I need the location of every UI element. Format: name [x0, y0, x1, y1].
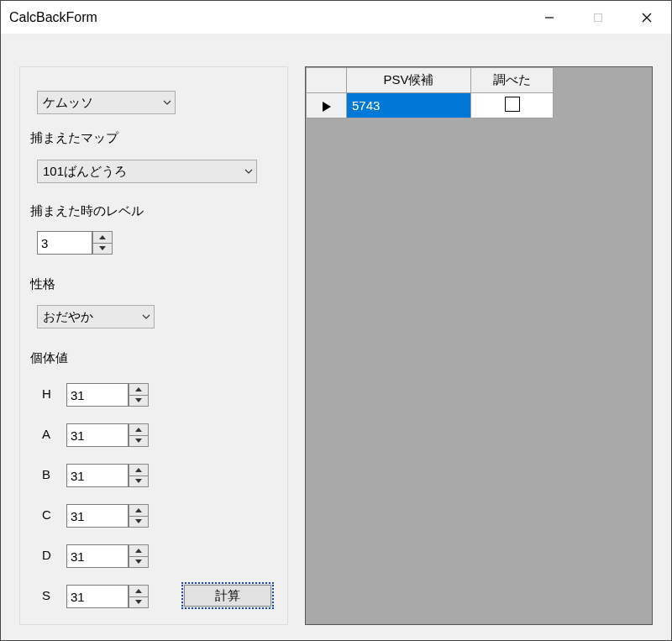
window-titlebar: CalcBackForm	[1, 1, 671, 34]
stat-input-a[interactable]	[66, 423, 129, 447]
svg-marker-13	[135, 519, 142, 523]
svg-marker-10	[135, 468, 142, 472]
level-input[interactable]	[37, 231, 92, 255]
stat-label-s: S	[42, 588, 50, 602]
stat-b-down-button[interactable]	[129, 476, 149, 488]
results-grid[interactable]: PSV候補 調べた 5743	[305, 66, 653, 625]
stat-s-down-button[interactable]	[129, 597, 149, 609]
psv-cell[interactable]: 5743	[347, 93, 471, 118]
stat-b-up-button[interactable]	[129, 464, 149, 476]
svg-marker-9	[135, 439, 142, 443]
svg-marker-17	[135, 600, 142, 604]
left-panel: ケムッソ 捕まえたマップ 101ばんどうろ 捕まえた時のレベル 性格 おだやか	[19, 66, 288, 625]
stat-input-s[interactable]	[66, 585, 129, 608]
pokemon-select-value: ケムッソ	[43, 95, 160, 111]
svg-marker-15	[135, 560, 142, 564]
row-indicator-icon[interactable]	[307, 93, 347, 118]
close-button[interactable]	[622, 1, 671, 34]
svg-rect-1	[595, 13, 602, 21]
table-header-row: PSV候補 調べた	[307, 68, 554, 93]
table-row[interactable]: 5743	[307, 93, 554, 118]
level-down-button[interactable]	[92, 244, 113, 255]
chevron-down-icon	[160, 92, 175, 113]
stat-spinner-b[interactable]	[66, 464, 149, 487]
stat-spinner-c[interactable]	[66, 504, 149, 528]
stat-s-up-button[interactable]	[129, 585, 149, 597]
stat-input-h[interactable]	[66, 383, 129, 407]
pokemon-select[interactable]: ケムッソ	[37, 91, 176, 114]
map-select[interactable]: 101ばんどうろ	[37, 160, 257, 183]
table-corner-cell[interactable]	[307, 68, 347, 93]
svg-marker-11	[135, 479, 142, 483]
results-table: PSV候補 調べた 5743	[306, 67, 554, 118]
stat-label-b: B	[42, 467, 50, 481]
svg-marker-14	[135, 549, 142, 553]
stat-h-up-button[interactable]	[129, 383, 149, 396]
map-label: 捕まえたマップ	[30, 130, 118, 146]
svg-marker-12	[135, 508, 142, 512]
svg-marker-5	[99, 246, 106, 250]
stat-c-up-button[interactable]	[129, 504, 149, 517]
nature-select-value: おだやか	[43, 309, 139, 325]
col-header-psv[interactable]: PSV候補	[347, 68, 471, 93]
stat-label-h: H	[42, 386, 51, 401]
stat-h-down-button[interactable]	[129, 396, 149, 407]
map-select-value: 101ばんどうろ	[43, 164, 241, 180]
stat-spinner-h[interactable]	[66, 383, 149, 407]
maximize-button[interactable]	[574, 1, 622, 34]
stat-c-down-button[interactable]	[129, 517, 149, 528]
chevron-down-icon	[139, 306, 154, 328]
ivs-label: 個体値	[30, 350, 68, 366]
level-label: 捕まえた時のレベル	[30, 203, 144, 219]
client-area: ケムッソ 捕まえたマップ 101ばんどうろ 捕まえた時のレベル 性格 おだやか	[1, 34, 671, 641]
stat-a-down-button[interactable]	[129, 436, 149, 448]
stat-input-d[interactable]	[66, 544, 129, 568]
svg-marker-7	[135, 398, 142, 402]
svg-marker-6	[135, 387, 142, 391]
chevron-down-icon	[241, 160, 256, 182]
level-up-button[interactable]	[92, 231, 113, 244]
calculate-button[interactable]: 計算	[181, 582, 274, 609]
stat-spinner-a[interactable]	[66, 423, 149, 447]
stat-label-c: C	[42, 507, 51, 522]
stat-d-down-button[interactable]	[129, 557, 149, 569]
stat-d-up-button[interactable]	[129, 544, 149, 557]
nature-select[interactable]: おだやか	[37, 305, 155, 328]
window-title: CalcBackForm	[9, 10, 525, 25]
stat-input-b[interactable]	[66, 464, 129, 487]
stat-label-a: A	[42, 427, 50, 441]
stat-a-up-button[interactable]	[129, 423, 149, 436]
checkbox-icon[interactable]	[505, 97, 520, 112]
svg-marker-4	[99, 235, 106, 239]
stat-spinner-d[interactable]	[66, 544, 149, 568]
svg-marker-18	[323, 102, 331, 112]
nature-label: 性格	[30, 276, 55, 292]
calculate-button-label: 計算	[215, 588, 240, 604]
stat-input-c[interactable]	[66, 504, 129, 528]
stat-label-d: D	[42, 548, 51, 562]
minimize-button[interactable]	[525, 1, 574, 34]
col-header-checked[interactable]: 調べた	[471, 68, 554, 93]
svg-marker-8	[135, 428, 142, 432]
stat-spinner-s[interactable]	[66, 585, 149, 608]
checked-cell[interactable]	[471, 93, 554, 118]
level-spinner[interactable]	[37, 231, 113, 255]
svg-marker-16	[135, 589, 142, 593]
